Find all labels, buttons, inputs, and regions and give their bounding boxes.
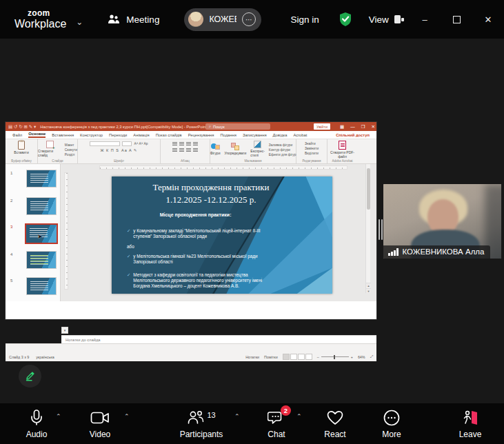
- ppt-tab-insert[interactable]: Вставлення: [52, 133, 74, 137]
- leave-button[interactable]: Leave: [453, 408, 487, 439]
- font-name-select[interactable]: [90, 141, 120, 146]
- ppt-restore-button[interactable]: ❐: [361, 124, 365, 130]
- mouse-cursor-icon: ➤: [37, 233, 43, 240]
- react-button[interactable]: React: [318, 408, 352, 439]
- shapes-button[interactable]: Фігури: [210, 143, 221, 155]
- font-size-select[interactable]: [122, 141, 132, 146]
- zoom-in-button[interactable]: +: [351, 355, 353, 359]
- quick-styles-button[interactable]: Експрес-стилі: [250, 141, 265, 157]
- justify-button[interactable]: [193, 148, 198, 152]
- thumb-number: 1: [10, 171, 12, 175]
- zoom-slider[interactable]: – +: [317, 355, 353, 359]
- annotate-button[interactable]: [19, 365, 41, 387]
- slideshow-view-button[interactable]: [305, 354, 312, 360]
- shape-effects-button[interactable]: Ефекти для фігур: [269, 153, 296, 157]
- ppt-tab-transitions[interactable]: Переходи: [109, 133, 127, 137]
- notes-collapse-icon[interactable]: ▾: [61, 327, 68, 334]
- ppt-login-button[interactable]: Увійти: [314, 123, 330, 130]
- minimize-button[interactable]: –: [409, 0, 441, 39]
- participants-button[interactable]: 13 Participants: [174, 408, 229, 439]
- ppt-close-button[interactable]: ✕: [372, 124, 375, 130]
- previous-slide-button[interactable]: ▲: [366, 283, 371, 287]
- ppt-tab-home[interactable]: Основне: [28, 132, 46, 138]
- zoom-percentage[interactable]: 64%: [358, 355, 365, 359]
- notes-pane[interactable]: Нотатки до слайда: [61, 335, 376, 343]
- bullets-button[interactable]: [172, 142, 177, 145]
- current-slide[interactable]: Термін проходження практики 1.12.2025 -1…: [112, 176, 332, 294]
- reset-button[interactable]: Скинути: [65, 148, 77, 152]
- video-panel-drag-handle[interactable]: [379, 219, 383, 240]
- view-button[interactable]: View: [369, 14, 404, 25]
- shape-fill-button[interactable]: Заливка фігури: [269, 143, 296, 147]
- ppt-tab-design[interactable]: Конструктор: [80, 133, 103, 137]
- font-size-buttons[interactable]: A˄ A˅ Ap: [134, 142, 148, 145]
- maximize-button[interactable]: [441, 0, 472, 39]
- font-color-buttons[interactable]: Aa A ✎: [121, 148, 137, 152]
- ppt-tab-help[interactable]: Довідка: [273, 133, 288, 137]
- normal-view-button[interactable]: [283, 354, 290, 360]
- numbering-button[interactable]: [179, 142, 184, 145]
- workspace-chevron-down-icon[interactable]: ⌄: [76, 17, 83, 27]
- video-button[interactable]: Video: [83, 408, 117, 439]
- audio-button[interactable]: Audio: [19, 408, 54, 439]
- slide-editing-canvas[interactable]: Термін проходження практики 1.12.2025 -1…: [61, 164, 371, 293]
- zoom-track[interactable]: [321, 356, 349, 357]
- ppt-ribbon-options-icon[interactable]: ▦: [340, 124, 344, 130]
- ppt-minimize-button[interactable]: —: [350, 124, 355, 129]
- section-button[interactable]: Розділ: [65, 153, 77, 157]
- ppt-search-box[interactable]: ⌕ Пошук: [205, 123, 270, 130]
- replace-button[interactable]: Замінити: [305, 147, 319, 150]
- slide-sorter-view-button[interactable]: [290, 354, 297, 360]
- chat-button[interactable]: 2 Chat: [259, 408, 294, 439]
- new-slide-button[interactable]: Створити слайд: [38, 141, 63, 157]
- next-slide-button[interactable]: ▼: [366, 288, 371, 293]
- align-center-button[interactable]: [179, 148, 184, 152]
- sign-in-link[interactable]: Sign in: [290, 14, 319, 25]
- security-shield-icon[interactable]: [339, 12, 352, 27]
- video-options-chevron[interactable]: ⌃: [124, 413, 130, 420]
- ppt-quick-access-toolbar-icons[interactable]: ▤ ↺ ↻ ⊞ ✎ ▾: [8, 124, 36, 130]
- audio-options-chevron[interactable]: ⌃: [56, 413, 61, 420]
- ppt-tab-view[interactable]: Подання: [220, 133, 236, 137]
- indent-button[interactable]: [186, 142, 191, 145]
- ppt-tab-recording[interactable]: Записування: [243, 133, 267, 137]
- chat-label: Chat: [268, 430, 285, 439]
- language-indicator[interactable]: українська: [36, 355, 54, 359]
- ppt-share-button[interactable]: Спільний доступ: [336, 133, 370, 137]
- more-button[interactable]: More: [374, 408, 409, 439]
- speaker-more-icon[interactable]: ⋯: [242, 12, 256, 26]
- notes-toggle[interactable]: Нотатки: [245, 355, 259, 359]
- layout-button[interactable]: Макет: [65, 143, 77, 147]
- line-spacing-button[interactable]: [193, 142, 198, 145]
- participant-video-tile[interactable]: КОЖЕВНИКОВА Алла: [383, 184, 501, 259]
- ppt-status-bar: Слайд 3 з 9 українська Нотатки Помітки: [6, 343, 376, 361]
- window-controls: – ✕: [409, 0, 504, 39]
- select-button[interactable]: Виділити: [305, 152, 319, 155]
- scrollbar-thumb[interactable]: [367, 168, 370, 210]
- chat-options-chevron[interactable]: ⌃: [296, 413, 302, 420]
- ppt-tab-file[interactable]: Файл: [12, 133, 22, 137]
- close-button[interactable]: ✕: [472, 0, 504, 39]
- ppt-tab-review[interactable]: Рецензування: [188, 133, 214, 137]
- font-style-buttons[interactable]: Ж К П S: [101, 148, 120, 152]
- zoom-handle[interactable]: [334, 355, 336, 359]
- ppt-tab-acrobat[interactable]: Acrobat: [293, 133, 307, 137]
- tab-meeting[interactable]: Meeting: [108, 14, 159, 25]
- zoom-out-button[interactable]: –: [317, 355, 319, 359]
- ppt-tab-animations[interactable]: Анімація: [133, 133, 149, 137]
- arrange-button[interactable]: Упорядкувати: [224, 143, 246, 155]
- reading-view-button[interactable]: [298, 354, 305, 360]
- active-speaker-pill[interactable]: КОЖЕВН ⋯: [184, 8, 261, 31]
- participants-options-chevron[interactable]: ⌃: [234, 413, 240, 420]
- find-button[interactable]: Знайти: [305, 142, 319, 145]
- comments-toggle[interactable]: Помітки: [264, 355, 278, 359]
- ppt-tab-slideshow[interactable]: Показ слайдів: [156, 133, 182, 137]
- acrobat-group-label: Adobe Acrobat: [327, 159, 357, 163]
- shape-outline-button[interactable]: Контур фігури: [269, 148, 296, 152]
- canvas-scrollbar[interactable]: ▲ ▼: [365, 164, 370, 293]
- align-left-button[interactable]: [172, 148, 177, 152]
- align-right-button[interactable]: [186, 148, 191, 152]
- paste-button[interactable]: Вставити: [14, 141, 28, 154]
- create-pdf-button[interactable]: Створити PDF-файл: [327, 141, 357, 159]
- fit-slide-button[interactable]: ⤢: [370, 354, 373, 359]
